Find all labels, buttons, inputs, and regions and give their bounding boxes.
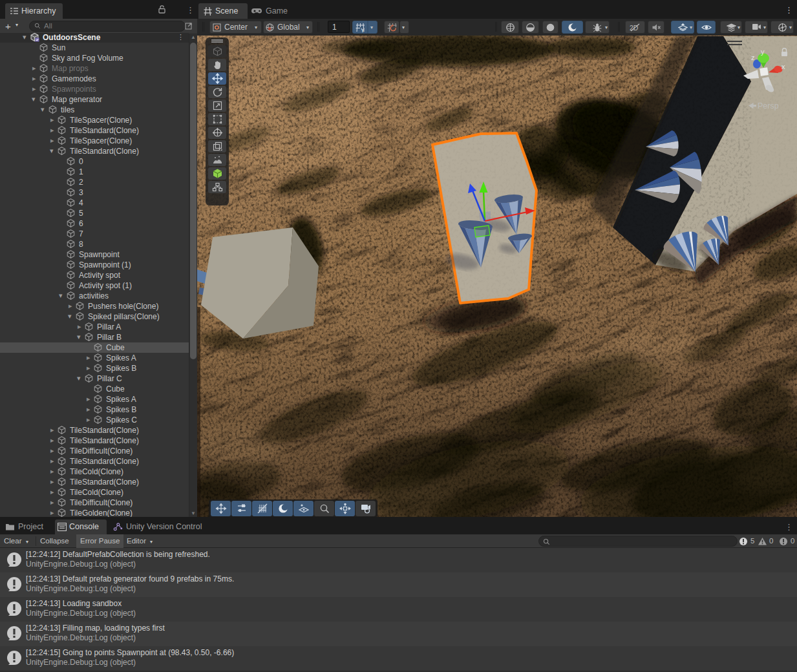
svg-text:z: z — [751, 54, 755, 61]
svg-text:y: y — [761, 48, 765, 56]
svg-text:2D: 2D — [630, 24, 639, 32]
svg-text:Persp: Persp — [758, 101, 779, 110]
svg-text:Y: Y — [361, 27, 365, 33]
svg-text:x: x — [781, 63, 785, 70]
